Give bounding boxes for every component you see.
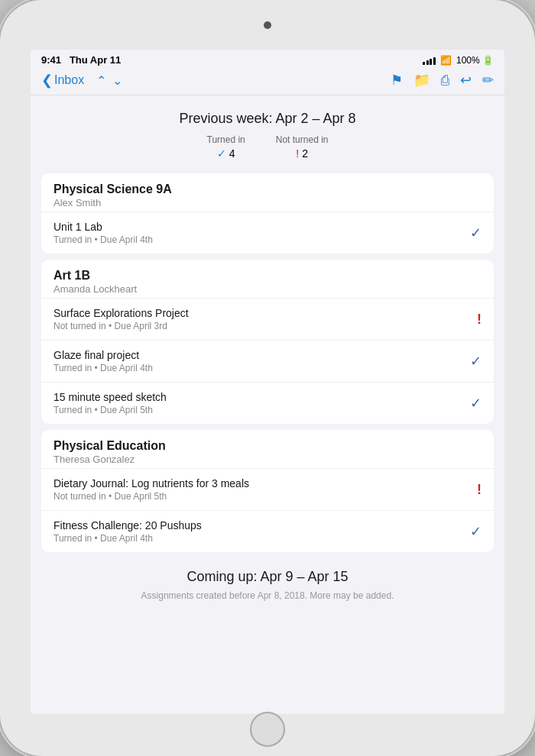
section-card-art-1b: Art 1BAmanda LockheartSurface Exploratio… bbox=[41, 260, 494, 424]
assignment-info: 15 minute speed sketchTurned in • Due Ap… bbox=[54, 391, 167, 415]
week-stats: Turned in ✓ 4 Not turned in ! 2 bbox=[31, 134, 504, 160]
coming-up-title: Coming up: Apr 9 – Apr 15 bbox=[46, 569, 489, 585]
archive-icon[interactable]: ⎙ bbox=[441, 73, 449, 89]
assignment-name: Fitness Challenge: 20 Pushups bbox=[54, 519, 202, 531]
assignment-row[interactable]: Surface Explorations ProjectNot turned i… bbox=[41, 299, 494, 341]
wifi-icon: 📶 bbox=[440, 55, 452, 66]
up-arrow-button[interactable]: ⌃ bbox=[96, 73, 106, 88]
not-turned-in-stat: Not turned in ! 2 bbox=[276, 134, 329, 160]
flag-icon[interactable]: ⚑ bbox=[391, 72, 403, 89]
section-header-physical-science: Physical Science 9AAlex Smith bbox=[41, 173, 494, 212]
assignment-name: Dietary Journal: Log nutrients for 3 mea… bbox=[54, 477, 249, 489]
bar-3 bbox=[430, 59, 432, 65]
not-turned-in-label: Not turned in bbox=[276, 134, 329, 145]
main-content: Previous week: Apr 2 – Apr 8 Turned in ✓… bbox=[31, 95, 504, 714]
bar-2 bbox=[426, 60, 429, 65]
home-button[interactable] bbox=[250, 712, 285, 747]
nav-bar: ❮ Inbox ⌃ ⌄ ⚑ 📁 ⎙ ↩ ✏ bbox=[31, 69, 504, 95]
assignment-row[interactable]: Fitness Challenge: 20 PushupsTurned in •… bbox=[41, 511, 494, 552]
status-right: 📶 100% 🔋 bbox=[423, 55, 494, 66]
folder-icon[interactable]: 📁 bbox=[413, 72, 430, 89]
week-header: Previous week: Apr 2 – Apr 8 Turned in ✓… bbox=[31, 95, 504, 167]
checkmark-icon: ✓ bbox=[470, 395, 481, 412]
assignment-info: Unit 1 LabTurned in • Due April 4th bbox=[54, 221, 153, 245]
assignment-meta: Not turned in • Due April 3rd bbox=[54, 321, 189, 331]
turned-in-check-icon: ✓ bbox=[217, 147, 226, 160]
assignment-meta: Turned in • Due April 5th bbox=[54, 405, 167, 415]
not-turned-in-count: 2 bbox=[302, 147, 308, 160]
section-title-physical-education: Physical Education bbox=[54, 439, 481, 453]
coming-up-subtitle: Assignments created before Apr 8, 2018. … bbox=[46, 590, 489, 603]
section-title-art-1b: Art 1B bbox=[54, 269, 481, 283]
exclamation-icon: ! bbox=[477, 312, 481, 328]
coming-up-section: Coming up: Apr 9 – Apr 15 Assignments cr… bbox=[31, 552, 504, 610]
assignment-name: Unit 1 Lab bbox=[54, 221, 153, 233]
assignment-info: Surface Explorations ProjectNot turned i… bbox=[54, 307, 189, 331]
turned-in-stat: Turned in ✓ 4 bbox=[207, 134, 245, 160]
not-turned-in-value: ! 2 bbox=[296, 147, 308, 160]
assignment-name: Surface Explorations Project bbox=[54, 307, 189, 319]
ipad-device: 9:41 Thu Apr 11 📶 100% 🔋 bbox=[0, 0, 535, 756]
assignment-row[interactable]: Dietary Journal: Log nutrients for 3 mea… bbox=[41, 469, 494, 511]
back-label: Inbox bbox=[54, 73, 84, 87]
chevron-left-icon: ❮ bbox=[41, 72, 53, 89]
back-button[interactable]: ❮ Inbox bbox=[41, 72, 84, 89]
date-display: Thu Apr 11 bbox=[70, 54, 121, 66]
week-title: Previous week: Apr 2 – Apr 8 bbox=[31, 111, 504, 127]
signal-bars bbox=[423, 56, 436, 65]
checkmark-icon: ✓ bbox=[470, 523, 481, 540]
bar-4 bbox=[433, 57, 436, 65]
not-turned-in-exclaim-icon: ! bbox=[296, 147, 299, 160]
assignment-meta: Not turned in • Due April 5th bbox=[54, 491, 249, 502]
exclamation-icon: ! bbox=[477, 482, 481, 498]
assignment-meta: Turned in • Due April 4th bbox=[54, 533, 202, 544]
section-title-physical-science: Physical Science 9A bbox=[54, 183, 481, 196]
nav-right: ⚑ 📁 ⎙ ↩ ✏ bbox=[391, 72, 494, 89]
status-time: 9:41 Thu Apr 11 bbox=[41, 54, 121, 66]
bar-1 bbox=[423, 62, 425, 65]
assignment-row[interactable]: Unit 1 LabTurned in • Due April 4th✓ bbox=[41, 212, 494, 254]
assignment-info: Dietary Journal: Log nutrients for 3 mea… bbox=[54, 477, 249, 502]
checkmark-icon: ✓ bbox=[470, 353, 481, 370]
assignment-meta: Turned in • Due April 4th bbox=[54, 363, 153, 373]
section-card-physical-science: Physical Science 9AAlex SmithUnit 1 LabT… bbox=[41, 173, 494, 254]
assignment-info: Glaze final projectTurned in • Due April… bbox=[54, 349, 153, 373]
assignment-row[interactable]: Glaze final projectTurned in • Due April… bbox=[41, 341, 494, 383]
sections-container: Physical Science 9AAlex SmithUnit 1 LabT… bbox=[31, 173, 504, 552]
turned-in-label: Turned in bbox=[207, 134, 245, 145]
assignment-name: Glaze final project bbox=[54, 349, 153, 361]
assignment-row[interactable]: 15 minute speed sketchTurned in • Due Ap… bbox=[41, 383, 494, 424]
battery-percent: 100% bbox=[456, 55, 480, 66]
nav-arrows: ⌃ ⌄ bbox=[96, 73, 122, 88]
section-card-physical-education: Physical EducationTheresa GonzalezDietar… bbox=[41, 430, 494, 552]
section-header-art-1b: Art 1BAmanda Lockheart bbox=[41, 260, 494, 299]
section-subtitle-physical-education: Theresa Gonzalez bbox=[54, 454, 481, 465]
assignment-info: Fitness Challenge: 20 PushupsTurned in •… bbox=[54, 519, 202, 544]
section-subtitle-art-1b: Amanda Lockheart bbox=[54, 283, 481, 295]
checkmark-icon: ✓ bbox=[470, 225, 481, 241]
section-subtitle-physical-science: Alex Smith bbox=[54, 197, 481, 208]
turned-in-value: ✓ 4 bbox=[217, 147, 235, 160]
down-arrow-button[interactable]: ⌄ bbox=[112, 73, 122, 88]
battery-display: 100% 🔋 bbox=[456, 55, 494, 66]
turned-in-count: 4 bbox=[229, 147, 235, 160]
time-display: 9:41 bbox=[41, 54, 61, 66]
nav-left: ❮ Inbox ⌃ ⌄ bbox=[41, 72, 122, 89]
section-header-physical-education: Physical EducationTheresa Gonzalez bbox=[41, 430, 494, 469]
compose-icon[interactable]: ✏ bbox=[482, 72, 494, 89]
assignment-name: 15 minute speed sketch bbox=[54, 391, 167, 403]
assignment-meta: Turned in • Due April 4th bbox=[54, 234, 153, 245]
screen: 9:41 Thu Apr 11 📶 100% 🔋 bbox=[31, 50, 504, 714]
status-bar: 9:41 Thu Apr 11 📶 100% 🔋 bbox=[31, 50, 504, 69]
camera bbox=[264, 21, 271, 29]
reply-icon[interactable]: ↩ bbox=[460, 72, 472, 89]
